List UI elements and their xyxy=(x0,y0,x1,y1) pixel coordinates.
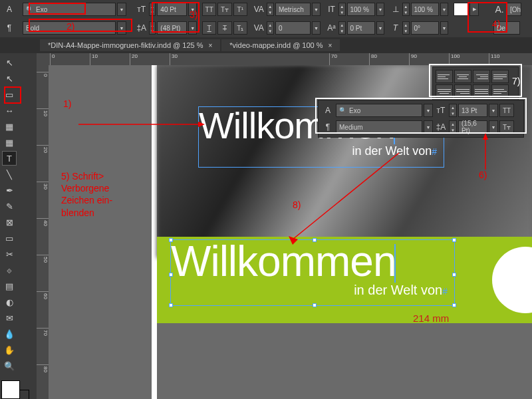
tracking-stepper[interactable]: ▲▼ xyxy=(267,21,274,35)
justify-all-button[interactable] xyxy=(473,84,490,98)
font-family-field[interactable]: 🔍Exo xyxy=(23,3,116,16)
lang-field[interactable]: [Oh xyxy=(507,3,521,16)
skew-stepper[interactable]: ▲▼ xyxy=(402,21,410,35)
hand-tool[interactable]: ✋ xyxy=(2,342,17,357)
text-frame-2[interactable]: Willkommen in der Welt von# xyxy=(170,239,455,306)
dict-field[interactable]: De xyxy=(493,21,520,35)
baseline-dropdown[interactable]: ▼ xyxy=(376,21,384,35)
kerning-dropdown[interactable]: ▼ xyxy=(312,3,321,16)
eyedropper-tool[interactable]: 💧 xyxy=(2,327,17,341)
allcaps-button[interactable]: TT xyxy=(202,3,216,16)
mini-size-icon: тT xyxy=(434,103,448,118)
skew-dropdown[interactable]: ▼ xyxy=(440,21,448,35)
subline-1[interactable]: in der Welt von# xyxy=(199,144,444,158)
close-icon[interactable]: × xyxy=(329,42,332,49)
zoom-tool[interactable]: 🔍 xyxy=(2,358,17,373)
mini-smallcaps[interactable]: Tᴛ xyxy=(499,120,514,134)
font-size-stepper[interactable]: ▲▼ xyxy=(149,3,156,16)
mini-style-dd[interactable]: ▼ xyxy=(424,120,433,134)
baseline-stepper[interactable]: ▲▼ xyxy=(338,21,346,35)
note-tool[interactable]: ✉ xyxy=(2,311,17,325)
tracking-field[interactable]: 0 xyxy=(275,21,311,35)
selection-tool[interactable]: ↖ xyxy=(2,55,17,70)
hscale-icon: ⊥ xyxy=(390,2,401,17)
align-left-button[interactable] xyxy=(436,70,453,83)
document-tabs: *DIN-A4-Mappe-immogruen-fiktiv.indd @ 12… xyxy=(0,37,532,53)
headline-2[interactable]: Willkommen xyxy=(171,240,454,283)
vscale-stepper[interactable]: ▲▼ xyxy=(338,3,346,16)
leading-dropdown[interactable]: ▼ xyxy=(188,21,197,35)
hscale-dropdown[interactable]: ▼ xyxy=(440,3,448,16)
page-tool[interactable]: ▭ xyxy=(2,87,17,102)
leading-stepper[interactable]: ▲▼ xyxy=(149,21,156,35)
rectangle-frame-tool[interactable]: ⊠ xyxy=(2,215,17,229)
font-style-dropdown[interactable]: ▼ xyxy=(117,21,126,35)
tracking-dropdown[interactable]: ▼ xyxy=(312,21,321,35)
underline-button[interactable]: T xyxy=(202,21,216,35)
font-size-icon: тT xyxy=(136,2,148,17)
scissors-tool[interactable]: ✂ xyxy=(2,247,17,261)
strike-button[interactable]: T xyxy=(217,21,231,35)
mini-size-stepper[interactable]: ▲▼ xyxy=(449,104,457,117)
mini-leading-field[interactable]: (15,6 Pt) xyxy=(458,120,487,134)
fill-stroke-swatches[interactable] xyxy=(1,380,32,399)
fill-swatch[interactable] xyxy=(454,3,468,16)
free-transform-tool[interactable]: ⟐ xyxy=(2,263,17,277)
font-size-dropdown[interactable]: ▼ xyxy=(188,3,197,16)
hscale-stepper[interactable]: ▲▼ xyxy=(402,3,410,16)
control-bar: A ¶ 🔍Exo ▼ Bold ▼ тT ▲▼ 40 Pt ▼ ‡A ▲▼ (4… xyxy=(0,0,532,37)
kerning-stepper[interactable]: ▲▼ xyxy=(267,3,274,16)
vscale-field[interactable]: 100 % xyxy=(347,3,375,16)
gap-tool[interactable]: ↔ xyxy=(2,103,17,118)
align-spine-button[interactable] xyxy=(491,84,509,98)
kerning-field[interactable]: Metrisch xyxy=(275,3,311,16)
smallcaps-button[interactable]: Tᴛ xyxy=(217,3,231,16)
type-tool[interactable]: T xyxy=(2,151,17,166)
mini-leading-stepper[interactable]: ▲▼ xyxy=(449,120,457,134)
close-icon[interactable]: × xyxy=(209,42,213,49)
gradient-feather-tool[interactable]: ◐ xyxy=(2,295,17,309)
fill-dropdown[interactable]: ▶ xyxy=(469,3,479,16)
mini-leading-dd[interactable]: ▼ xyxy=(489,120,498,134)
font-family-dropdown[interactable]: ▼ xyxy=(117,3,126,16)
mini-character-panel: A 🔍Exo ▼ тT ▲▼ 13 Pt ▼ TT ¶ Medium ▼ ‡A … xyxy=(318,100,524,138)
direct-selection-tool[interactable]: ↖ xyxy=(2,71,17,86)
leading-icon: ‡A xyxy=(136,21,148,35)
content-placer-tool[interactable]: ▦ xyxy=(2,135,17,150)
hscale-field[interactable]: 100 % xyxy=(411,3,439,16)
char-icon: A xyxy=(321,103,334,118)
align-center-button[interactable] xyxy=(454,70,471,83)
page-edge xyxy=(152,65,157,399)
pencil-tool[interactable]: ✎ xyxy=(2,199,17,213)
mini-size-field[interactable]: 13 Pt xyxy=(458,104,487,117)
tab-doc2[interactable]: *video-mappe.indd @ 100 %× xyxy=(221,39,340,51)
horizontal-ruler: 0 10 20 30 70 80 90 100 110 xyxy=(37,53,532,65)
tab-doc1[interactable]: *DIN-A4-Mappe-immogruen-fiktiv.indd @ 12… xyxy=(40,39,220,51)
gradient-swatch-tool[interactable]: ▤ xyxy=(2,279,17,293)
vscale-dropdown[interactable]: ▼ xyxy=(376,3,384,16)
leading-field[interactable]: (48 Pt) xyxy=(157,21,187,35)
rectangle-tool[interactable]: ▭ xyxy=(2,231,17,245)
align-right-button[interactable] xyxy=(473,70,490,83)
mini-font-style[interactable]: Medium xyxy=(336,120,422,134)
subscript-button[interactable]: T₁ xyxy=(233,21,247,35)
paragraph-align-panel xyxy=(432,66,519,101)
justify-center-button[interactable] xyxy=(436,84,453,98)
tracking-icon: VA xyxy=(253,21,265,35)
font-style-field[interactable]: Bold xyxy=(23,21,116,35)
skew-icon: T xyxy=(390,21,401,35)
skew-field[interactable]: 0° xyxy=(411,21,439,35)
dimension-readout: 214 mm xyxy=(413,313,449,324)
justify-right-button[interactable] xyxy=(454,84,471,98)
mini-font-dd[interactable]: ▼ xyxy=(424,104,433,117)
content-collector-tool[interactable]: ▦ xyxy=(2,119,17,134)
line-tool[interactable]: ╲ xyxy=(2,167,17,182)
mini-font-family[interactable]: 🔍Exo xyxy=(336,104,422,117)
superscript-button[interactable]: T¹ xyxy=(233,3,247,16)
baseline-field[interactable]: 0 Pt xyxy=(347,21,375,35)
pen-tool[interactable]: ✒ xyxy=(2,183,17,198)
mini-size-dd[interactable]: ▼ xyxy=(489,104,498,117)
justify-left-button[interactable] xyxy=(491,70,509,83)
font-size-field[interactable]: 40 Pt xyxy=(157,3,187,16)
mini-allcaps[interactable]: TT xyxy=(499,104,514,117)
